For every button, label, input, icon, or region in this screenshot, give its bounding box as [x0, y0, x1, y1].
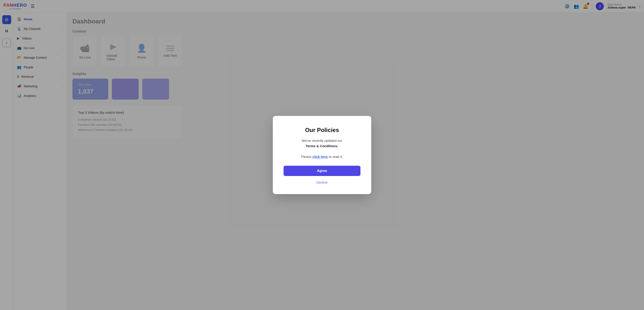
agree-button[interactable]: Agree: [284, 166, 360, 176]
decline-button[interactable]: Decline: [284, 179, 360, 186]
modal-body: We've recently updated our Terms & Condi…: [284, 138, 360, 159]
modal-title: Our Policies: [284, 127, 360, 134]
modal: Our Policies We've recently updated our …: [273, 116, 371, 194]
modal-link-prefix: Please: [301, 155, 312, 159]
modal-link[interactable]: click here: [312, 155, 328, 159]
modal-body-text: We've recently updated our: [302, 139, 342, 142]
modal-link-suffix: to read it.: [329, 155, 343, 159]
modal-overlay: Our Policies We've recently updated our …: [0, 0, 644, 310]
modal-body-bold: Terms & Conditions.: [306, 144, 338, 148]
